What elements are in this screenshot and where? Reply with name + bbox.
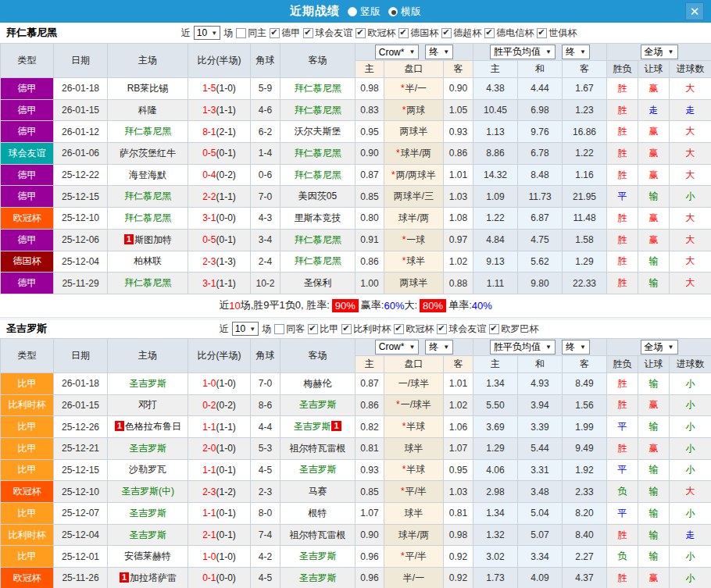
odds-stage-select[interactable]: 终 ▼ (425, 340, 453, 355)
league-checkbox[interactable]: 世俱杯 (537, 27, 577, 40)
away-team-cell: 圣保利 (280, 273, 356, 294)
avg-stage-select[interactable]: 终 ▼ (562, 340, 590, 355)
away-odds-cell: 1.02 (444, 394, 473, 416)
checkbox-checked-icon[interactable] (341, 324, 352, 334)
avg-away-cell: 2.27 (563, 546, 607, 568)
fulltime-value: 全场 (645, 45, 663, 59)
winlose-result-cell: 平 (607, 416, 638, 438)
league-checkbox[interactable]: 德电信杯 (484, 27, 534, 40)
checkbox-checked-icon[interactable] (437, 324, 447, 334)
horizontal-layout-radio[interactable]: 横版 (388, 5, 421, 19)
filters: 近10▼场同客比甲比利时杯欧冠杯球会友谊欧罗巴杯 (220, 322, 538, 336)
col-avg-home: 主 (473, 61, 518, 78)
odds-provider-select[interactable]: Crow* ▼ (375, 45, 420, 59)
corner-cell: 0-6 (251, 164, 280, 186)
halftime-score: (1-0) (216, 378, 236, 389)
fulltime-select[interactable]: 全场 ▼ (641, 340, 678, 355)
checkbox-checked-icon[interactable] (484, 28, 495, 38)
match-row: 比甲25-12-07圣吉罗斯1-1(0-1)8-0根特1.07球半0.811.3… (1, 503, 711, 525)
handicap-line: 两球半 (400, 126, 428, 137)
home-team-name: RB莱比锡 (127, 83, 169, 94)
league-checkbox[interactable]: 比甲 (308, 323, 338, 336)
checkbox-checked-icon[interactable] (398, 28, 409, 38)
same-venue-checkbox[interactable]: 同主 (236, 27, 266, 40)
league-checkbox-label: 欧冠杯 (406, 323, 434, 336)
league-checkbox[interactable]: 欧冠杯 (394, 323, 434, 336)
fulltime-score: 0-2 (202, 400, 216, 411)
radio-unchecked-icon[interactable] (348, 7, 357, 16)
league-checkbox[interactable]: 德超杯 (441, 27, 481, 40)
avg-away-cell: 1.22 (563, 143, 607, 165)
checkbox-checked-icon[interactable] (303, 28, 313, 38)
home-team-name: 圣吉罗斯 (129, 443, 166, 454)
checkbox-unchecked-icon[interactable] (274, 324, 284, 334)
col-score: 比分(半场) (188, 44, 251, 78)
checkbox-checked-icon[interactable] (489, 324, 499, 334)
checkbox-checked-icon[interactable] (308, 324, 318, 334)
league-checkbox[interactable]: 欧罗巴杯 (489, 323, 538, 336)
games-label: 场 (223, 27, 233, 40)
avg-draw-cell: 9.76 (518, 121, 563, 143)
games-label: 场 (262, 323, 271, 336)
home-odds-cell: 0.82 (356, 416, 384, 438)
league-checkbox[interactable]: 球会友谊 (303, 27, 352, 40)
goals-result-cell: 大 (670, 273, 711, 294)
dropdown-arrow-icon: ▼ (668, 344, 674, 351)
filters: 近10▼场同主德甲球会友谊欧冠杯德国杯德超杯德电信杯世俱杯 (181, 26, 577, 40)
avg-type-select[interactable]: 胜平负均值 ▼ (490, 45, 556, 59)
avg-home-cell: 5.50 (473, 394, 518, 416)
away-odds-cell: 0.86 (444, 143, 473, 165)
same-venue-checkbox[interactable]: 同客 (274, 323, 305, 336)
odds-provider-select[interactable]: Crow* ▼ (375, 340, 420, 355)
match-count-select[interactable]: 10▼ (232, 322, 259, 336)
avg-draw-cell: 6.87 (518, 208, 563, 230)
odds-stage-select[interactable]: 终 ▼ (425, 45, 453, 59)
home-team-name: 圣吉罗斯(中) (121, 486, 174, 497)
winlose-result-cell: 胜 (607, 164, 638, 186)
handicap-result-cell: 赢 (638, 437, 670, 459)
away-odds-cell: 1.03 (444, 481, 473, 503)
home-odds-cell: 0.87 (356, 164, 384, 186)
winlose-result-cell: 负 (607, 546, 638, 568)
score-cell: 2-0(1-0) (188, 437, 251, 459)
col-avg-home: 主 (473, 355, 518, 372)
league-checkbox[interactable]: 球会友谊 (437, 323, 486, 336)
handicap-star-icon: * (402, 255, 406, 266)
league-type-cell: 比甲 (1, 503, 54, 525)
handicap-result-cell: 赢 (638, 143, 670, 165)
close-button[interactable]: ✕ (685, 2, 704, 20)
checkbox-checked-icon[interactable] (356, 28, 366, 38)
league-checkbox[interactable]: 德国杯 (398, 27, 438, 40)
handicap-line-cell: *平/半 (384, 546, 444, 568)
handicap-star-icon: * (401, 486, 405, 497)
vertical-layout-radio[interactable]: 竖版 (348, 5, 381, 19)
fulltime-select[interactable]: 全场 ▼ (641, 45, 678, 59)
match-row: 比甲26-01-18圣吉罗斯1-0(1-0)7-0梅赫伦0.87一/球半1.01… (1, 372, 711, 394)
handicap-line: 球半/两 (398, 529, 429, 540)
away-odds-cell: 1.05 (444, 99, 473, 121)
home-team-cell: 科隆 (108, 99, 188, 121)
home-team-cell: 海登海默 (108, 164, 188, 186)
home-team-name: 海登海默 (129, 169, 166, 180)
handicap-result-cell: 赢 (638, 229, 670, 251)
checkbox-checked-icon[interactable] (537, 28, 547, 38)
checkbox-checked-icon[interactable] (441, 28, 452, 38)
halftime-score: (1-3) (216, 256, 236, 267)
checkbox-checked-icon[interactable] (270, 28, 280, 38)
goals-result-cell: 小 (670, 372, 711, 394)
col-avg-draw: 和 (518, 355, 563, 372)
avg-type-select[interactable]: 胜平负均值 ▼ (490, 340, 556, 355)
handicap-line-cell: 球半/两 (384, 524, 444, 546)
avg-stage-select[interactable]: 终 ▼ (562, 45, 590, 59)
fulltime-score: 1-3 (202, 105, 216, 116)
radio-checked-icon[interactable] (388, 7, 398, 16)
avg-home-cell: 1.13 (473, 121, 518, 143)
checkbox-checked-icon[interactable] (394, 324, 404, 334)
league-checkbox[interactable]: 比利时杯 (341, 323, 391, 336)
checkbox-unchecked-icon[interactable] (236, 28, 246, 38)
corner-cell: 3-4 (251, 229, 280, 251)
league-checkbox[interactable]: 欧冠杯 (356, 27, 395, 40)
goals-result-cell: 大 (670, 229, 711, 251)
match-count-select[interactable]: 10▼ (194, 26, 220, 40)
league-checkbox[interactable]: 德甲 (270, 27, 300, 40)
